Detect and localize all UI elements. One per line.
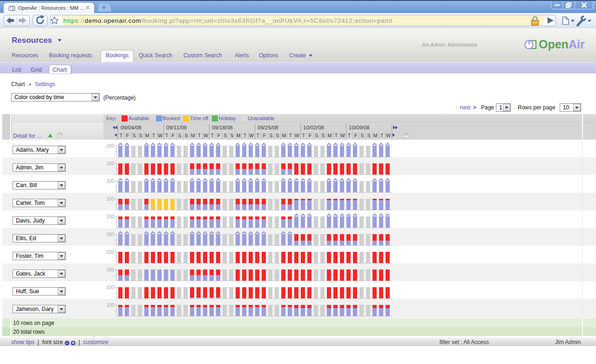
svg-text:OpenAir: OpenAir: [539, 38, 585, 51]
